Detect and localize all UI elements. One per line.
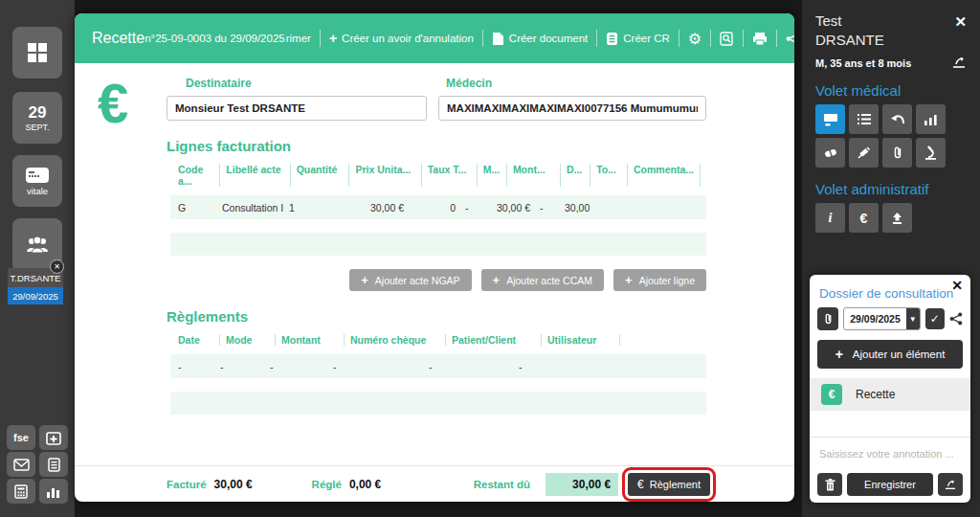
- apps-grid-button[interactable]: [12, 27, 62, 79]
- col-d[interactable]: D...: [567, 164, 590, 187]
- window-header: Recette n°25-09-0003 du 29/09/2025rimer …: [75, 13, 794, 63]
- col-date[interactable]: Date: [178, 334, 220, 346]
- print-button[interactable]: [752, 32, 768, 46]
- col-patient-client[interactable]: Patient/Client: [452, 334, 542, 346]
- col-libelle[interactable]: Libellé acte: [226, 164, 290, 187]
- col-montant[interactable]: Montant: [281, 334, 345, 346]
- col-numero-cheque[interactable]: Numéro chèque: [350, 334, 446, 346]
- create-cr-button[interactable]: Créer CR: [606, 32, 670, 46]
- restant-du-label: Restant dû: [474, 479, 530, 490]
- close-icon[interactable]: ✕: [954, 13, 967, 31]
- create-document-button[interactable]: Créer document: [492, 32, 588, 46]
- ajouter-ligne-button[interactable]: + Ajouter ligne: [613, 269, 706, 291]
- patient-date-chip[interactable]: 29/09/2025: [8, 287, 63, 304]
- people-icon: [25, 235, 50, 256]
- col-taux[interactable]: Taux T...: [428, 164, 478, 187]
- col-mode[interactable]: Mode: [226, 334, 276, 346]
- close-icon[interactable]: ✕: [951, 278, 963, 293]
- col-prix[interactable]: Prix Unita...: [355, 164, 421, 187]
- reglements-table-row[interactable]: - - - - - -: [170, 354, 706, 378]
- mail-button[interactable]: [7, 452, 35, 477]
- supprimer-clipped-label[interactable]: rimer: [286, 33, 311, 44]
- lignes-table-row[interactable]: G Consultation I 1 30,00 € 0 - 30,00 € -…: [170, 195, 706, 219]
- euro-icon: €: [821, 384, 842, 405]
- paperclip-icon-button[interactable]: [882, 138, 912, 168]
- create-credit-note-button[interactable]: + Créer un avoir d'annulation: [329, 31, 474, 46]
- dossier-item-recette[interactable]: € Recette: [810, 378, 970, 411]
- list-icon: [857, 113, 872, 125]
- fse-label: fse: [13, 432, 29, 443]
- calendar-month: SEPT.: [25, 123, 49, 132]
- euro-icon: €: [98, 71, 128, 135]
- confirm-button[interactable]: ✓: [925, 308, 945, 329]
- plus-icon: +: [835, 347, 843, 362]
- stats-icon-button[interactable]: [916, 104, 946, 134]
- euro-icon-button[interactable]: €: [849, 203, 879, 233]
- col-commentaire[interactable]: Commenta...: [634, 164, 701, 187]
- delete-button[interactable]: [817, 473, 842, 496]
- export-button[interactable]: [938, 473, 963, 496]
- trash-icon: [825, 479, 835, 491]
- col-m[interactable]: M...: [483, 164, 507, 187]
- annotation-input[interactable]: [819, 448, 961, 460]
- enregistrer-button[interactable]: Enregistrer: [847, 473, 933, 496]
- syringe-icon: [857, 146, 871, 160]
- fse-button[interactable]: fse: [7, 425, 35, 450]
- lignes-facturation-title: Lignes facturation: [167, 138, 794, 154]
- reglements-table: Date Mode Montant Numéro chèque Patient/…: [170, 334, 706, 415]
- medkit-button[interactable]: [39, 425, 68, 450]
- cell-m: -: [465, 202, 490, 214]
- medecin-input[interactable]: [438, 96, 706, 121]
- patient-info: M, 35 ans et 8 mois: [815, 57, 911, 69]
- consultation-date-select[interactable]: 29/09/2025 ▼: [843, 307, 920, 330]
- cell-numero-cheque: -: [333, 361, 429, 372]
- document-button[interactable]: [39, 452, 68, 477]
- separator: [743, 30, 744, 47]
- attachment-button[interactable]: [817, 307, 838, 330]
- carte-vitale-button[interactable]: vitale: [12, 155, 62, 207]
- file-icon: [492, 32, 504, 46]
- preview-button[interactable]: [720, 32, 734, 46]
- paperclip-icon: [824, 312, 833, 326]
- col-to[interactable]: To...: [596, 164, 628, 187]
- regle-value: 0,00 €: [349, 478, 381, 491]
- col-mont[interactable]: Mont...: [513, 164, 561, 187]
- syringe-icon-button[interactable]: [849, 138, 879, 168]
- share-button[interactable]: [786, 32, 794, 46]
- calendar-button[interactable]: 29 SEPT.: [12, 92, 62, 144]
- destinataire-input[interactable]: [167, 96, 427, 121]
- bar-chart-icon: [46, 485, 61, 498]
- chevron-down-icon[interactable]: ▼: [906, 308, 920, 329]
- col-quantite[interactable]: Quantité: [297, 164, 350, 187]
- col-utilisateur[interactable]: Utilisateur: [547, 334, 620, 346]
- calendar-day: 29: [29, 104, 47, 121]
- patient-tab-close-icon[interactable]: ✕: [50, 259, 64, 274]
- info-icon-button[interactable]: i: [815, 203, 845, 233]
- destinataire-label: Destinataire: [167, 77, 427, 90]
- empty-row: [170, 392, 706, 415]
- pill-icon-button[interactable]: [815, 138, 845, 168]
- consultation-date-value: 29/09/2025: [844, 308, 906, 329]
- calculator-button[interactable]: [7, 479, 35, 504]
- medkit-icon: [46, 430, 61, 445]
- cell-taux: 0: [413, 202, 465, 214]
- undo-icon-button[interactable]: [882, 104, 912, 134]
- ajouter-acte-ngap-button[interactable]: + Ajouter acte NGAP: [349, 269, 471, 291]
- list-icon-button[interactable]: [849, 104, 879, 134]
- separator: [679, 30, 679, 47]
- reglement-button[interactable]: € Règlement: [628, 473, 710, 496]
- export-icon[interactable]: [951, 56, 967, 69]
- settings-button[interactable]: ⚙: [688, 30, 702, 48]
- ajouter-acte-ccam-button[interactable]: + Ajouter acte CCAM: [481, 269, 604, 291]
- volet-administratif-icons: i €: [802, 203, 980, 233]
- microscope-icon-button[interactable]: [916, 138, 946, 168]
- stats-button[interactable]: [39, 479, 68, 504]
- cell-libelle: Consultation I: [222, 202, 289, 214]
- plus-icon: +: [625, 273, 633, 287]
- window-title: Recette: [92, 30, 145, 47]
- col-code[interactable]: Code a...: [178, 164, 220, 187]
- ajouter-element-button[interactable]: + Ajouter un élément: [817, 340, 963, 369]
- share-icon[interactable]: [949, 312, 963, 326]
- screen-icon-button[interactable]: [815, 104, 845, 134]
- upload-icon-button[interactable]: [882, 203, 912, 233]
